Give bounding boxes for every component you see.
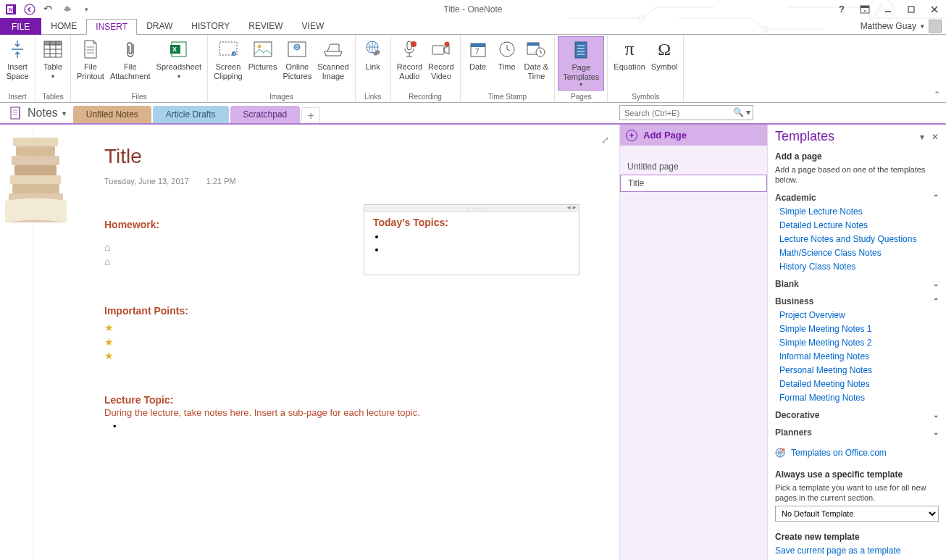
date-time-button[interactable]: Date & Time: [522, 36, 552, 83]
expand-icon[interactable]: ⤢: [601, 135, 609, 146]
page-templates-button[interactable]: Page Templates ▾: [558, 36, 604, 91]
search-icon[interactable]: 🔍 ▾: [733, 107, 750, 117]
tab-view[interactable]: VIEW: [293, 18, 334, 34]
tab-draw[interactable]: DRAW: [137, 18, 182, 34]
tab-history[interactable]: HISTORY: [182, 18, 239, 34]
page-templates-icon: [569, 38, 593, 62]
page-canvas[interactable]: ⤢ Title Tuesday, June 13, 20171:21 PM Ho…: [0, 125, 620, 560]
page-title[interactable]: Title: [104, 145, 619, 168]
tab-file[interactable]: FILE: [0, 18, 41, 35]
back-button[interactable]: [22, 1, 38, 17]
record-audio-button[interactable]: Record Audio: [394, 36, 425, 83]
svg-point-36: [411, 41, 417, 47]
template-link[interactable]: Personal Meeting Notes: [779, 365, 939, 375]
svg-point-34: [372, 49, 381, 57]
spreadsheet-button[interactable]: X Spreadsheet ▾: [154, 36, 204, 82]
topic-bullet[interactable]: [386, 231, 570, 244]
star-tag-icon[interactable]: ★: [104, 321, 619, 335]
table-dropdown-icon: ▾: [51, 73, 54, 80]
lecture-text[interactable]: During the lecture, take notes here. Ins…: [104, 407, 619, 418]
category-blank[interactable]: Blank⌄: [775, 279, 939, 289]
important-heading[interactable]: Important Points:: [104, 305, 619, 317]
symbol-button[interactable]: Ω Symbol: [648, 36, 681, 73]
screen-clipping-button[interactable]: + Screen Clipping: [211, 36, 246, 83]
user-dropdown-icon[interactable]: ▾: [921, 22, 924, 30]
insert-space-button[interactable]: Insert Space: [3, 36, 32, 83]
user-name[interactable]: Matthew Guay: [861, 21, 916, 31]
tab-review[interactable]: REVIEW: [239, 18, 292, 34]
container-handle[interactable]: · · · · · ·: [364, 205, 579, 212]
lecture-heading[interactable]: Lecture Topic:: [104, 394, 619, 406]
template-link[interactable]: Project Overview: [779, 310, 939, 320]
category-academic[interactable]: Academic⌃: [775, 193, 939, 203]
template-link[interactable]: Detailed Meeting Notes: [779, 379, 939, 389]
template-link[interactable]: Simple Meeting Notes 2: [779, 338, 939, 348]
category-decorative[interactable]: Decorative⌄: [775, 410, 939, 420]
add-page-heading: Add a page: [775, 151, 939, 162]
topics-heading[interactable]: Today's Topics:: [373, 217, 570, 228]
section-tab-scratchpad[interactable]: Scratchpad: [230, 106, 301, 123]
tab-home[interactable]: HOME: [41, 18, 86, 34]
add-section-button[interactable]: +: [301, 107, 320, 123]
page-item-title[interactable]: Title: [620, 175, 767, 192]
qat-customize-button[interactable]: ▾: [78, 1, 94, 17]
scanned-image-button[interactable]: Scanned Image: [314, 36, 351, 83]
tab-insert[interactable]: INSERT: [86, 19, 137, 35]
pictures-button[interactable]: Pictures: [246, 36, 280, 73]
template-link[interactable]: History Class Notes: [779, 262, 939, 272]
online-pictures-icon: [285, 38, 309, 61]
undo-button[interactable]: [41, 1, 56, 17]
svg-rect-29: [254, 42, 272, 57]
file-attachment-button[interactable]: File Attachment: [107, 36, 154, 83]
add-page-button[interactable]: + Add Page: [620, 125, 767, 146]
star-tag-icon[interactable]: ★: [104, 335, 619, 350]
template-link[interactable]: Simple Meeting Notes 1: [779, 324, 939, 334]
notebook-selector[interactable]: Notes ▾: [6, 106, 73, 123]
templates-title: Templates: [775, 129, 834, 144]
record-video-button[interactable]: Record Video: [425, 36, 456, 83]
help-button[interactable]: ?: [833, 2, 850, 17]
group-files-label: Files: [74, 91, 204, 102]
link-button[interactable]: Link: [359, 36, 388, 73]
pane-close-button[interactable]: ✕: [932, 132, 939, 142]
lecture-bullet[interactable]: •: [113, 421, 619, 432]
template-link[interactable]: Detailed Lecture Notes: [779, 220, 939, 230]
ribbon-display-button[interactable]: [856, 2, 874, 17]
section-tab-drafts[interactable]: Article Drafts: [153, 106, 229, 123]
category-planners[interactable]: Planners⌄: [775, 427, 939, 438]
topic-bullet[interactable]: [386, 244, 570, 257]
office-templates-link[interactable]: Templates on Office.com: [791, 448, 887, 458]
save-template-link[interactable]: Save current page as a template: [775, 546, 939, 556]
chevron-down-icon: ▾: [62, 109, 66, 117]
template-link[interactable]: Math/Science Class Notes: [779, 248, 939, 258]
date-button[interactable]: 7 Date: [464, 36, 493, 73]
template-link[interactable]: Informal Meeting Notes: [779, 351, 939, 362]
template-link[interactable]: Formal Meeting Notes: [779, 393, 939, 403]
online-pictures-button[interactable]: Online Pictures: [280, 36, 314, 83]
group-images-label: Images: [211, 91, 352, 102]
star-tag-icon[interactable]: ★: [104, 349, 619, 364]
equation-button[interactable]: π Equation: [611, 36, 648, 73]
table-button[interactable]: Table ▾: [38, 36, 67, 82]
pane-options-button[interactable]: ▾: [920, 132, 924, 142]
minimize-button[interactable]: [879, 2, 897, 17]
collapse-ribbon-button[interactable]: ⌃: [934, 90, 940, 99]
maximize-button[interactable]: [903, 2, 920, 17]
template-link[interactable]: Lecture Notes and Study Questions: [779, 234, 939, 244]
touch-mode-button[interactable]: [59, 1, 75, 17]
topics-container[interactable]: · · · · · · Today's Topics:: [364, 204, 579, 275]
svg-rect-51: [11, 107, 20, 119]
svg-point-38: [444, 42, 449, 47]
close-button[interactable]: [926, 2, 943, 17]
category-business[interactable]: Business⌃: [775, 296, 939, 306]
section-tab-unfiled[interactable]: Unfiled Notes: [73, 106, 151, 123]
time-button[interactable]: Time: [493, 36, 522, 73]
default-template-select[interactable]: No Default Template: [775, 506, 939, 522]
app-icon: N: [3, 1, 19, 17]
file-printout-button[interactable]: File Printout: [74, 36, 107, 83]
template-link[interactable]: Simple Lecture Notes: [779, 206, 939, 217]
create-template-heading: Create new template: [775, 532, 939, 542]
svg-point-30: [257, 45, 261, 49]
user-avatar[interactable]: [929, 20, 942, 33]
page-item-untitled[interactable]: Untitled page: [620, 159, 767, 175]
